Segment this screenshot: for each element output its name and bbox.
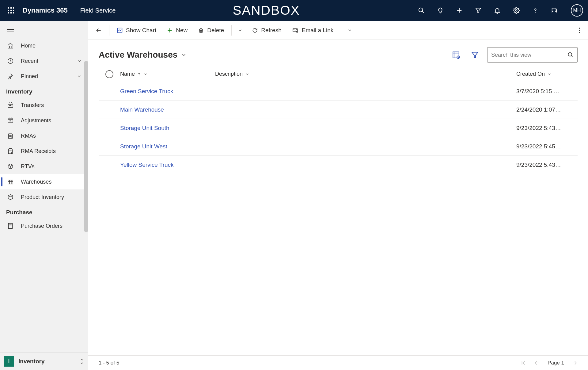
chevron-down-icon xyxy=(245,72,249,76)
sidebar-item-warehouses[interactable]: Warehouses xyxy=(0,174,88,189)
column-header-name[interactable]: Name xyxy=(120,71,215,77)
delete-button[interactable]: Delete xyxy=(194,25,228,36)
first-page-button[interactable] xyxy=(521,360,526,366)
lightbulb-icon[interactable] xyxy=(436,6,445,15)
back-button[interactable] xyxy=(91,25,106,36)
svg-rect-4 xyxy=(10,10,12,11)
sidebar-item-label: Transfers xyxy=(21,102,44,109)
app-name-label[interactable]: Field Service xyxy=(80,7,116,14)
svg-point-58 xyxy=(568,53,572,56)
sidebar-item-product-inventory[interactable]: Product Inventory xyxy=(0,189,88,205)
button-label: New xyxy=(176,27,188,34)
more-commands-button[interactable] xyxy=(575,25,585,36)
sidebar-toggle-button[interactable] xyxy=(4,23,17,36)
cell-created-on: 9/23/2022 5:43… xyxy=(516,125,578,132)
cmdbar-separator xyxy=(231,25,232,36)
prev-page-button[interactable] xyxy=(534,360,540,366)
top-app-bar: Dynamics 365 Field Service SANDBOX MH xyxy=(0,0,588,21)
sidebar-item-purchase-orders[interactable]: Purchase Orders xyxy=(0,218,88,234)
table-row[interactable]: Storage Unit West9/23/2022 5:45… xyxy=(99,137,578,156)
sidebar-group-inventory: Inventory xyxy=(0,84,88,97)
column-header-description[interactable]: Description xyxy=(215,71,516,77)
table-row[interactable]: Main Warehouse2/24/2020 1:07… xyxy=(99,101,578,119)
sidebar-item-rtvs[interactable]: RTVs xyxy=(0,159,88,174)
sidebar-scrollbar[interactable] xyxy=(84,61,88,232)
button-label: Refresh xyxy=(261,27,282,34)
sort-asc-icon xyxy=(137,72,141,76)
rtvs-icon xyxy=(6,163,15,170)
cmdbar-separator xyxy=(341,25,341,36)
refresh-button[interactable]: Refresh xyxy=(248,25,286,36)
record-range-label: 1 - 5 of 5 xyxy=(99,360,119,366)
sidebar-item-label: RMA Receipts xyxy=(21,148,56,154)
sidebar-item-label: Pinned xyxy=(21,73,38,80)
sidebar-item-home[interactable]: Home xyxy=(0,38,88,53)
svg-point-14 xyxy=(515,10,517,11)
sidebar-item-label: Product Inventory xyxy=(21,194,64,200)
sidebar-item-rmas[interactable]: RMAs xyxy=(0,128,88,143)
search-icon[interactable] xyxy=(417,6,426,15)
chevron-updown-icon xyxy=(79,358,84,365)
pin-icon xyxy=(6,73,15,80)
search-view-box[interactable] xyxy=(487,47,578,63)
record-link[interactable]: Main Warehouse xyxy=(120,106,164,113)
record-link[interactable]: Green Service Truck xyxy=(120,88,173,95)
filter-icon[interactable] xyxy=(474,6,483,15)
sidebar-group-purchase: Purchase xyxy=(0,205,88,218)
new-button[interactable]: New xyxy=(162,25,192,36)
cmdbar-separator xyxy=(109,25,109,36)
svg-rect-7 xyxy=(10,12,12,13)
svg-point-15 xyxy=(535,12,535,12)
help-icon[interactable] xyxy=(531,6,540,15)
svg-rect-6 xyxy=(8,12,9,13)
svg-point-9 xyxy=(419,8,423,12)
edit-filters-button[interactable] xyxy=(468,48,482,62)
record-link[interactable]: Storage Unit South xyxy=(120,125,169,132)
sidebar-item-label: Home xyxy=(21,43,36,49)
sidebar-item-label: Warehouses xyxy=(21,179,51,185)
data-grid: Name Description Created On Green Servic… xyxy=(88,66,588,355)
cell-created-on: 3/7/2020 5:15 … xyxy=(516,88,578,95)
svg-line-59 xyxy=(571,56,573,57)
delete-dropdown-button[interactable] xyxy=(235,25,246,35)
plus-icon[interactable] xyxy=(455,6,464,15)
button-label: Delete xyxy=(207,27,224,34)
chevron-down-icon xyxy=(77,74,82,79)
adjustments-icon xyxy=(6,117,15,124)
sidebar-item-adjustments[interactable]: Adjustments xyxy=(0,113,88,128)
bell-icon[interactable] xyxy=(493,6,502,15)
column-label: Name xyxy=(120,71,135,77)
brand-label[interactable]: Dynamics 365 xyxy=(23,6,68,14)
svg-point-52 xyxy=(579,32,580,33)
sidebar-item-rma-receipts[interactable]: RMA Receipts xyxy=(0,143,88,159)
sidebar-item-transfers[interactable]: Transfers xyxy=(0,97,88,113)
select-all-checkbox[interactable] xyxy=(99,70,120,78)
home-icon xyxy=(6,42,15,49)
chat-icon[interactable] xyxy=(550,6,559,15)
area-switcher[interactable]: I Inventory xyxy=(0,352,88,370)
email-link-button[interactable]: Email a Link xyxy=(288,25,338,36)
gear-icon[interactable] xyxy=(512,6,521,15)
record-link[interactable]: Storage Unit West xyxy=(120,143,167,150)
sidebar-item-pinned[interactable]: Pinned xyxy=(0,69,88,84)
cell-created-on: 9/23/2022 5:45… xyxy=(516,143,578,150)
sidebar-item-recent[interactable]: Recent xyxy=(0,53,88,69)
cell-created-on: 9/23/2022 5:43… xyxy=(516,162,578,168)
email-dropdown-button[interactable] xyxy=(344,25,355,35)
column-header-created-on[interactable]: Created On xyxy=(516,71,578,77)
record-link[interactable]: Yellow Service Truck xyxy=(120,162,174,168)
svg-marker-13 xyxy=(476,8,481,13)
page-label: Page 1 xyxy=(548,360,564,366)
edit-columns-button[interactable] xyxy=(449,48,463,62)
view-title-label: Active Warehouses xyxy=(99,50,177,60)
table-row[interactable]: Storage Unit South9/23/2022 5:43… xyxy=(99,119,578,137)
show-chart-button[interactable]: Show Chart xyxy=(112,25,161,36)
next-page-button[interactable] xyxy=(572,360,578,366)
table-row[interactable]: Green Service Truck3/7/2020 5:15 … xyxy=(99,82,578,101)
search-input[interactable] xyxy=(491,52,564,58)
table-row[interactable]: Yellow Service Truck9/23/2022 5:43… xyxy=(99,156,578,174)
chevron-down-icon xyxy=(181,52,187,58)
view-selector[interactable]: Active Warehouses xyxy=(99,50,187,60)
avatar[interactable]: MH xyxy=(571,4,583,17)
app-launcher-button[interactable] xyxy=(5,4,17,17)
